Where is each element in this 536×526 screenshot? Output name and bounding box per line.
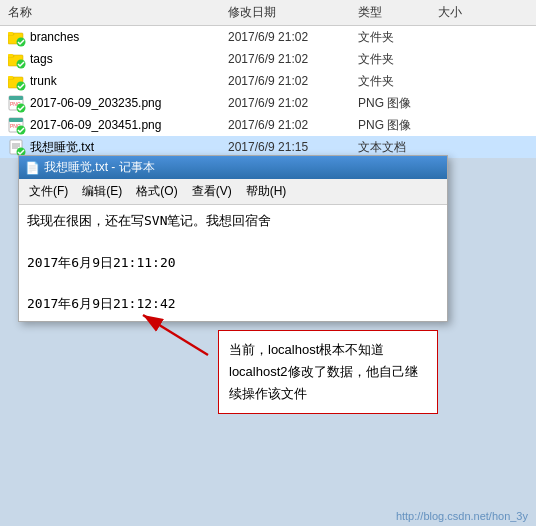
explorer-header: 名称 修改日期 类型 大小: [0, 0, 536, 26]
file-name-text: 我想睡觉.txt: [30, 139, 94, 156]
svg-line-26: [143, 315, 208, 355]
col-header-name: 名称: [8, 4, 228, 21]
svn-check-icon: [16, 81, 26, 91]
callout-text: 当前，localhost根本不知道localhost2修改了数据，他自己继续操作…: [229, 342, 418, 401]
file-icon-wrapper: [8, 29, 26, 45]
svg-rect-2: [8, 32, 13, 35]
svn-check-icon: [16, 125, 26, 135]
notepad-window: 📄 我想睡觉.txt - 记事本 文件(F) 编辑(E) 格式(O) 查看(V)…: [18, 155, 448, 322]
menu-edit[interactable]: 编辑(E): [76, 181, 128, 202]
file-date: 2017/6/9 21:15: [228, 140, 358, 154]
svn-check-icon: [16, 37, 26, 47]
content-line3: 2017年6月9日21:11:20: [27, 253, 439, 274]
file-type: 文本文档: [358, 139, 438, 156]
menu-file[interactable]: 文件(F): [23, 181, 74, 202]
file-name-text: trunk: [30, 74, 57, 88]
svg-rect-14: [9, 96, 23, 100]
notepad-content[interactable]: 我现在很困，还在写SVN笔记。我想回宿舍 2017年6月9日21:11:20 2…: [19, 205, 447, 321]
notepad-title-icon: 📄: [25, 161, 40, 175]
svn-check-icon: [16, 103, 26, 113]
file-name: 我想睡觉.txt: [8, 139, 228, 156]
notepad-menu: 文件(F) 编辑(E) 格式(O) 查看(V) 帮助(H): [19, 179, 447, 205]
menu-help[interactable]: 帮助(H): [240, 181, 293, 202]
content-line1: 我现在很困，还在写SVN笔记。我想回宿舍: [27, 211, 439, 232]
file-name: tags: [8, 51, 228, 67]
svg-rect-10: [8, 76, 13, 79]
col-header-size: 大小: [438, 4, 498, 21]
table-row[interactable]: PNG 2017-06-09_203451.png 2017/6/9 21:02…: [0, 114, 536, 136]
file-icon-wrapper: PNG: [8, 117, 26, 133]
file-icon-wrapper: PNG: [8, 95, 26, 111]
file-explorer: 名称 修改日期 类型 大小 branches 2017/6/9 21:02 文件…: [0, 0, 536, 158]
table-row[interactable]: PNG 2017-06-09_203235.png 2017/6/9 21:02…: [0, 92, 536, 114]
file-date: 2017/6/9 21:02: [228, 96, 358, 110]
file-type: 文件夹: [358, 29, 438, 46]
watermark: http://blog.csdn.net/hon_3y: [396, 510, 528, 522]
col-header-type: 类型: [358, 4, 438, 21]
svg-rect-18: [9, 118, 23, 122]
svn-check-icon: [16, 59, 26, 69]
file-date: 2017/6/9 21:02: [228, 52, 358, 66]
file-icon-wrapper: [8, 139, 26, 155]
file-type: PNG 图像: [358, 117, 438, 134]
red-arrow-icon: [128, 310, 218, 360]
file-name-text: 2017-06-09_203235.png: [30, 96, 161, 110]
file-date: 2017/6/9 21:02: [228, 74, 358, 88]
file-type: 文件夹: [358, 51, 438, 68]
file-type: PNG 图像: [358, 95, 438, 112]
notepad-titlebar: 📄 我想睡觉.txt - 记事本: [19, 156, 447, 179]
callout-box: 当前，localhost根本不知道localhost2修改了数据，他自己继续操作…: [218, 330, 438, 414]
content-line5: 2017年6月9日21:12:42: [27, 294, 439, 315]
table-row[interactable]: trunk 2017/6/9 21:02 文件夹: [0, 70, 536, 92]
file-date: 2017/6/9 21:02: [228, 118, 358, 132]
table-row[interactable]: branches 2017/6/9 21:02 文件夹: [0, 26, 536, 48]
file-name-text: 2017-06-09_203451.png: [30, 118, 161, 132]
file-date: 2017/6/9 21:02: [228, 30, 358, 44]
file-icon-wrapper: [8, 51, 26, 67]
file-name: PNG 2017-06-09_203451.png: [8, 117, 228, 133]
notepad-title-text: 我想睡觉.txt - 记事本: [44, 159, 155, 176]
explorer-body: branches 2017/6/9 21:02 文件夹 tags 2017/6/…: [0, 26, 536, 158]
svg-rect-6: [8, 54, 13, 57]
menu-format[interactable]: 格式(O): [130, 181, 183, 202]
file-name: PNG 2017-06-09_203235.png: [8, 95, 228, 111]
file-name-text: tags: [30, 52, 53, 66]
file-name-text: branches: [30, 30, 79, 44]
table-row[interactable]: tags 2017/6/9 21:02 文件夹: [0, 48, 536, 70]
col-header-date: 修改日期: [228, 4, 358, 21]
file-icon-wrapper: [8, 73, 26, 89]
menu-view[interactable]: 查看(V): [186, 181, 238, 202]
file-type: 文件夹: [358, 73, 438, 90]
file-name: branches: [8, 29, 228, 45]
file-name: trunk: [8, 73, 228, 89]
